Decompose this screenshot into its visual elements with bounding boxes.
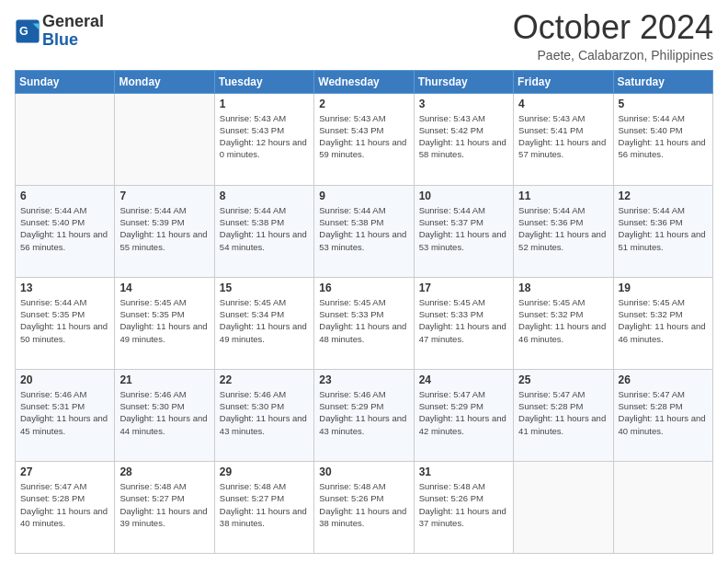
table-row: 23Sunrise: 5:46 AM Sunset: 5:29 PM Dayli… [314, 369, 414, 461]
day-number: 12 [619, 190, 708, 202]
day-number: 9 [319, 190, 408, 202]
day-number: 7 [119, 190, 209, 202]
logo-icon: G [15, 18, 40, 44]
table-row: 11Sunrise: 5:44 AM Sunset: 5:36 PM Dayli… [514, 185, 613, 277]
day-info: Sunrise: 5:44 AM Sunset: 5:35 PM Dayligh… [20, 296, 109, 345]
day-info: Sunrise: 5:44 AM Sunset: 5:40 PM Dayligh… [619, 112, 708, 161]
col-tuesday: Tuesday [214, 70, 313, 93]
col-wednesday: Wednesday [314, 70, 414, 93]
day-number: 22 [220, 373, 309, 386]
header: G General Blue October 2024 Paete, Calab… [15, 9, 713, 63]
table-row: 26Sunrise: 5:47 AM Sunset: 5:28 PM Dayli… [613, 369, 712, 461]
day-number: 14 [119, 282, 209, 294]
day-info: Sunrise: 5:46 AM Sunset: 5:31 PM Dayligh… [20, 388, 109, 437]
day-number: 18 [518, 282, 608, 294]
day-info: Sunrise: 5:46 AM Sunset: 5:30 PM Dayligh… [119, 388, 209, 437]
day-number: 6 [20, 190, 109, 202]
day-info: Sunrise: 5:45 AM Sunset: 5:32 PM Dayligh… [619, 296, 708, 345]
day-number: 26 [619, 373, 708, 386]
day-info: Sunrise: 5:45 AM Sunset: 5:35 PM Dayligh… [119, 296, 209, 345]
day-info: Sunrise: 5:44 AM Sunset: 5:38 PM Dayligh… [220, 204, 309, 253]
day-number: 11 [518, 190, 608, 202]
day-info: Sunrise: 5:44 AM Sunset: 5:40 PM Dayligh… [20, 204, 109, 253]
table-row: 13Sunrise: 5:44 AM Sunset: 5:35 PM Dayli… [16, 277, 115, 369]
day-number: 8 [220, 190, 309, 202]
table-row: 31Sunrise: 5:48 AM Sunset: 5:26 PM Dayli… [414, 461, 513, 553]
day-number: 30 [319, 465, 408, 478]
table-row: 22Sunrise: 5:46 AM Sunset: 5:30 PM Dayli… [214, 369, 313, 461]
day-info: Sunrise: 5:46 AM Sunset: 5:30 PM Dayligh… [220, 388, 309, 437]
day-info: Sunrise: 5:48 AM Sunset: 5:26 PM Dayligh… [419, 480, 508, 529]
table-row: 27Sunrise: 5:47 AM Sunset: 5:28 PM Dayli… [16, 461, 115, 553]
col-thursday: Thursday [414, 70, 513, 93]
table-row: 3Sunrise: 5:43 AM Sunset: 5:42 PM Daylig… [414, 93, 513, 185]
table-row: 10Sunrise: 5:44 AM Sunset: 5:37 PM Dayli… [414, 185, 513, 277]
location: Paete, Calabarzon, Philippines [513, 48, 713, 63]
day-info: Sunrise: 5:43 AM Sunset: 5:43 PM Dayligh… [220, 112, 309, 161]
logo: G General Blue [15, 13, 104, 50]
table-row [16, 93, 115, 185]
table-row [613, 461, 712, 553]
calendar-week-row: 27Sunrise: 5:47 AM Sunset: 5:28 PM Dayli… [16, 461, 713, 553]
day-info: Sunrise: 5:44 AM Sunset: 5:36 PM Dayligh… [619, 204, 708, 253]
day-number: 25 [518, 373, 608, 386]
table-row: 16Sunrise: 5:45 AM Sunset: 5:33 PM Dayli… [314, 277, 414, 369]
day-info: Sunrise: 5:45 AM Sunset: 5:34 PM Dayligh… [220, 296, 309, 345]
table-row: 5Sunrise: 5:44 AM Sunset: 5:40 PM Daylig… [613, 93, 712, 185]
day-info: Sunrise: 5:44 AM Sunset: 5:38 PM Dayligh… [319, 204, 408, 253]
day-info: Sunrise: 5:47 AM Sunset: 5:28 PM Dayligh… [20, 480, 109, 529]
day-info: Sunrise: 5:45 AM Sunset: 5:33 PM Dayligh… [319, 296, 408, 345]
day-number: 4 [518, 98, 608, 110]
day-number: 15 [220, 282, 309, 294]
logo-blue: Blue [42, 30, 78, 49]
table-row: 24Sunrise: 5:47 AM Sunset: 5:29 PM Dayli… [414, 369, 513, 461]
table-row: 18Sunrise: 5:45 AM Sunset: 5:32 PM Dayli… [514, 277, 613, 369]
table-row [115, 93, 214, 185]
calendar-week-row: 13Sunrise: 5:44 AM Sunset: 5:35 PM Dayli… [16, 277, 713, 369]
day-info: Sunrise: 5:43 AM Sunset: 5:42 PM Dayligh… [419, 112, 508, 161]
calendar-week-row: 1Sunrise: 5:43 AM Sunset: 5:43 PM Daylig… [16, 93, 713, 185]
table-row: 2Sunrise: 5:43 AM Sunset: 5:43 PM Daylig… [314, 93, 414, 185]
table-row: 30Sunrise: 5:48 AM Sunset: 5:26 PM Dayli… [314, 461, 414, 553]
day-info: Sunrise: 5:45 AM Sunset: 5:33 PM Dayligh… [419, 296, 508, 345]
table-row: 12Sunrise: 5:44 AM Sunset: 5:36 PM Dayli… [613, 185, 712, 277]
day-info: Sunrise: 5:44 AM Sunset: 5:39 PM Dayligh… [119, 204, 209, 253]
col-friday: Friday [514, 70, 613, 93]
day-number: 3 [419, 98, 508, 110]
day-number: 20 [20, 373, 109, 386]
day-number: 31 [419, 465, 508, 478]
table-row: 14Sunrise: 5:45 AM Sunset: 5:35 PM Dayli… [115, 277, 214, 369]
day-info: Sunrise: 5:43 AM Sunset: 5:41 PM Dayligh… [518, 112, 608, 161]
day-info: Sunrise: 5:44 AM Sunset: 5:36 PM Dayligh… [518, 204, 608, 253]
day-info: Sunrise: 5:48 AM Sunset: 5:27 PM Dayligh… [220, 480, 309, 529]
table-row: 21Sunrise: 5:46 AM Sunset: 5:30 PM Dayli… [115, 369, 214, 461]
table-row: 28Sunrise: 5:48 AM Sunset: 5:27 PM Dayli… [115, 461, 214, 553]
day-number: 19 [619, 282, 708, 294]
calendar-week-row: 20Sunrise: 5:46 AM Sunset: 5:31 PM Dayli… [16, 369, 713, 461]
day-number: 13 [20, 282, 109, 294]
table-row: 7Sunrise: 5:44 AM Sunset: 5:39 PM Daylig… [115, 185, 214, 277]
logo-general: General [42, 12, 104, 30]
table-row: 9Sunrise: 5:44 AM Sunset: 5:38 PM Daylig… [314, 185, 414, 277]
calendar-header-row: Sunday Monday Tuesday Wednesday Thursday… [16, 70, 713, 93]
day-number: 17 [419, 282, 508, 294]
day-number: 16 [319, 282, 408, 294]
table-row: 8Sunrise: 5:44 AM Sunset: 5:38 PM Daylig… [214, 185, 313, 277]
day-number: 27 [20, 465, 109, 478]
col-saturday: Saturday [613, 70, 712, 93]
table-row [514, 461, 613, 553]
col-sunday: Sunday [16, 70, 115, 93]
month-title: October 2024 [513, 9, 713, 46]
table-row: 17Sunrise: 5:45 AM Sunset: 5:33 PM Dayli… [414, 277, 513, 369]
table-row: 19Sunrise: 5:45 AM Sunset: 5:32 PM Dayli… [613, 277, 712, 369]
calendar-week-row: 6Sunrise: 5:44 AM Sunset: 5:40 PM Daylig… [16, 185, 713, 277]
day-info: Sunrise: 5:47 AM Sunset: 5:28 PM Dayligh… [619, 388, 708, 437]
day-number: 1 [220, 98, 309, 110]
day-info: Sunrise: 5:47 AM Sunset: 5:28 PM Dayligh… [518, 388, 608, 437]
table-row: 1Sunrise: 5:43 AM Sunset: 5:43 PM Daylig… [214, 93, 313, 185]
day-number: 28 [119, 465, 209, 478]
calendar: Sunday Monday Tuesday Wednesday Thursday… [15, 70, 713, 554]
day-number: 21 [119, 373, 209, 386]
day-info: Sunrise: 5:46 AM Sunset: 5:29 PM Dayligh… [319, 388, 408, 437]
logo-text: General Blue [42, 13, 104, 50]
